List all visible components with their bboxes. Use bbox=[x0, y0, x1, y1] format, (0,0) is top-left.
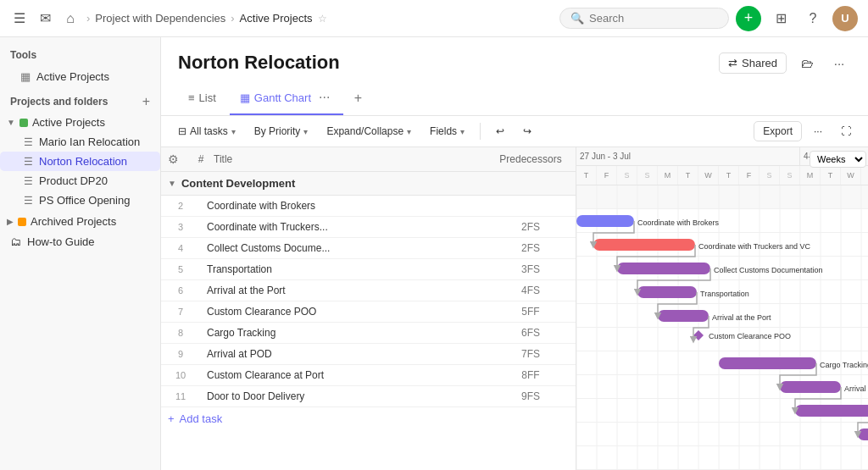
sidebar-item-active-projects-top[interactable]: ▦ Active Projects bbox=[10, 66, 150, 87]
ps-label: PS Office Opening bbox=[39, 194, 130, 207]
sidebar-item-howto[interactable]: 🗂 How-to Guide bbox=[0, 231, 160, 252]
task-row[interactable]: 11 Door to Door Delivery 9FS bbox=[161, 386, 576, 407]
sidebar-item-mario[interactable]: ☰ Mario Ian Relocation bbox=[0, 132, 160, 152]
fullscreen-button[interactable]: ⛶ bbox=[834, 122, 858, 141]
add-button[interactable]: + bbox=[736, 6, 761, 31]
gantt-task-row bbox=[576, 351, 868, 375]
tab-more-icon[interactable]: ··· bbox=[315, 88, 333, 107]
sidebar: Tools ▦ Active Projects Projects and fol… bbox=[0, 37, 161, 470]
fields-label: Fields bbox=[430, 125, 457, 137]
list-tab-label: List bbox=[199, 91, 216, 104]
task-pred: 4FS bbox=[492, 285, 569, 296]
task-num: 3 bbox=[168, 222, 193, 232]
task-row[interactable]: 4 Collect Customs Docume... 2FS bbox=[161, 238, 576, 259]
redo-button[interactable]: ↪ bbox=[516, 122, 538, 141]
more-options-icon[interactable]: ··· bbox=[827, 51, 851, 75]
toolbar-right: Export ··· ⛶ bbox=[754, 121, 858, 141]
by-priority-button[interactable]: By Priority ▾ bbox=[248, 122, 315, 141]
search-input[interactable] bbox=[589, 12, 708, 25]
archived-dot bbox=[18, 218, 26, 226]
help-icon[interactable]: ? bbox=[800, 6, 826, 31]
task-row[interactable]: 2 Coordinate with Brokers bbox=[161, 196, 576, 217]
task-num: 2 bbox=[168, 201, 193, 211]
task-pred: 5FF bbox=[492, 306, 569, 318]
all-tasks-label: All tasks bbox=[190, 125, 228, 137]
task-pred: 6FS bbox=[492, 327, 569, 339]
tab-gantt[interactable]: ▦ Gantt Chart ··· bbox=[230, 81, 344, 115]
col-title-header: Title bbox=[214, 153, 492, 165]
tab-add-button[interactable]: + bbox=[347, 87, 369, 109]
chevron-down-icon: ▼ bbox=[7, 118, 15, 127]
search-bar[interactable]: 🔍 bbox=[559, 8, 729, 29]
task-row[interactable]: 6 Arrival at the Port 4FS bbox=[161, 280, 576, 301]
task-num: 7 bbox=[168, 307, 193, 317]
home-icon[interactable]: ⌂ bbox=[61, 9, 80, 28]
col-pred-header: Predecessors bbox=[492, 153, 569, 165]
gantt-task-row bbox=[576, 423, 868, 446]
task-num: 6 bbox=[168, 285, 193, 296]
task-row[interactable]: 5 Transportation 3FS bbox=[161, 259, 576, 280]
hamburger-menu-icon[interactable]: ☰ bbox=[10, 9, 29, 28]
task-pred: 2FS bbox=[492, 242, 569, 254]
toolbar-separator bbox=[480, 123, 481, 140]
add-task-row[interactable]: + Add task bbox=[161, 407, 576, 430]
task-title: Arrival at the Port bbox=[193, 285, 492, 296]
task-row[interactable]: 8 Cargo Tracking 6FS bbox=[161, 323, 576, 344]
projects-add-icon[interactable]: + bbox=[142, 94, 150, 109]
breadcrumb-project[interactable]: Project with Dependencies bbox=[95, 12, 225, 25]
task-row[interactable]: 7 Custom Clearance POO 5FF bbox=[161, 301, 576, 323]
task-pred: 8FF bbox=[492, 369, 569, 381]
settings-icon[interactable]: ⚙ bbox=[168, 152, 188, 166]
breadcrumb-current[interactable]: Active Projects bbox=[240, 12, 313, 25]
shared-button[interactable]: ⇄ Shared bbox=[719, 53, 787, 74]
list-tab-icon: ≡ bbox=[188, 91, 195, 104]
howto-icon: 🗂 bbox=[10, 235, 21, 248]
page-icon: ☰ bbox=[24, 136, 33, 148]
user-avatar[interactable]: U bbox=[832, 6, 858, 31]
archived-projects-header[interactable]: ▶ Archived Projects bbox=[0, 212, 160, 231]
folder-icon[interactable]: 🗁 bbox=[795, 51, 819, 75]
fields-button[interactable]: Fields ▾ bbox=[423, 122, 471, 141]
task-pred: 3FS bbox=[492, 263, 569, 275]
gantt-day: S bbox=[617, 166, 637, 185]
top-nav: ☰ ✉ ⌂ › Project with Dependencies › Acti… bbox=[0, 0, 868, 37]
grid-icon[interactable]: ⊞ bbox=[768, 6, 793, 31]
gantt-task-row bbox=[576, 375, 868, 399]
norton-label: Norton Relocation bbox=[39, 155, 127, 168]
weeks-select[interactable]: Weeks Days Months bbox=[810, 151, 866, 168]
gantt-chart[interactable]: 27 Jun - 3 Jul4-10 Jul11-17 Jul18-24 Jul… bbox=[576, 147, 868, 470]
all-tasks-button[interactable]: ⊟ All tasks ▾ bbox=[171, 122, 242, 141]
chevron-down-icon: ▾ bbox=[460, 127, 465, 136]
page-icon: ☰ bbox=[24, 156, 33, 168]
group-chevron-icon[interactable]: ▼ bbox=[168, 179, 176, 188]
task-row[interactable]: 3 Coordinate with Truckers... 2FS bbox=[161, 217, 576, 238]
task-pred: 7FS bbox=[492, 348, 569, 360]
main-layout: Tools ▦ Active Projects Projects and fol… bbox=[0, 37, 868, 470]
gantt-day: T bbox=[678, 166, 698, 185]
tab-list[interactable]: ≡ List bbox=[178, 85, 226, 113]
expand-collapse-button[interactable]: Expand/Collapse ▾ bbox=[320, 122, 418, 141]
gantt-day: M bbox=[800, 166, 821, 185]
task-title: Custom Clearance POO bbox=[193, 306, 492, 318]
search-icon: 🔍 bbox=[570, 12, 584, 25]
more-options-button[interactable]: ··· bbox=[807, 122, 829, 141]
sidebar-item-ps-office[interactable]: ☰ PS Office Opening bbox=[0, 191, 160, 210]
active-group-label: Active Projects bbox=[32, 116, 105, 129]
active-projects-group-header[interactable]: ▼ Active Projects bbox=[0, 113, 160, 132]
task-row[interactable]: 9 Arrival at POD 7FS bbox=[161, 344, 576, 365]
sidebar-item-product[interactable]: ☰ Product DP20 bbox=[0, 171, 160, 191]
projects-folders-label: Projects and folders bbox=[10, 96, 108, 108]
task-row[interactable]: 10 Custom Clearance at Port 8FF bbox=[161, 365, 576, 386]
weeks-control: Weeks Days Months − + bbox=[810, 151, 868, 168]
undo-button[interactable]: ↩ bbox=[489, 122, 511, 141]
gantt-area: ⚙ # Title Predecessors ▼ Content Develop… bbox=[161, 147, 868, 470]
task-num: 9 bbox=[168, 349, 193, 359]
pin-icon[interactable]: ☆ bbox=[318, 13, 327, 25]
header-actions: ⇄ Shared 🗁 ··· bbox=[719, 51, 851, 75]
mail-icon[interactable]: ✉ bbox=[36, 9, 54, 28]
content-header: Norton Relocation ⇄ Shared 🗁 ··· bbox=[161, 37, 868, 81]
sidebar-item-norton[interactable]: ☰ Norton Relocation bbox=[0, 152, 160, 171]
export-button[interactable]: Export bbox=[754, 121, 802, 141]
task-list-header: ⚙ # Title Predecessors bbox=[161, 147, 576, 172]
gantt-tab-label: Gantt Chart bbox=[254, 91, 311, 104]
